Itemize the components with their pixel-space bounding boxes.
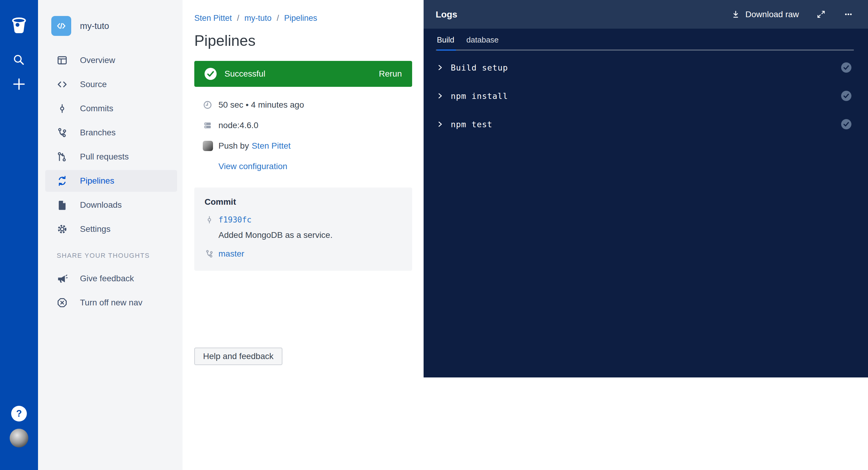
sidebar-section-heading: SHARE YOUR THOUGHTS (38, 247, 183, 264)
breadcrumb-separator: / (277, 13, 279, 23)
log-step-npm-test[interactable]: npm test (424, 110, 868, 138)
branch-icon (205, 249, 214, 258)
commit-icon (205, 215, 214, 224)
tabs-divider (436, 49, 854, 51)
question-mark-icon: ? (16, 408, 22, 419)
pusher-link[interactable]: Sten Pittet (252, 141, 290, 151)
commit-hash-row: f1930fc (205, 215, 402, 224)
megaphone-icon (57, 273, 68, 284)
log-step-build-setup[interactable]: Build setup (424, 53, 868, 82)
create-button[interactable] (12, 77, 26, 91)
fullscreen-button[interactable] (816, 10, 826, 19)
sidebar-item-source[interactable]: Source (38, 72, 183, 97)
download-icon (731, 10, 740, 19)
user-avatar[interactable] (10, 429, 28, 447)
sidebar-item-label: Commits (80, 104, 113, 113)
success-check-icon (205, 68, 217, 80)
help-button-rail[interactable]: ? (11, 406, 27, 422)
breadcrumb-repo[interactable]: my-tuto (244, 13, 272, 23)
sidebar-item-turn-off-new-nav[interactable]: Turn off new nav (38, 291, 183, 315)
sidebar-item-settings[interactable]: Settings (38, 217, 183, 241)
sidebar-item-pull-requests[interactable]: Pull requests (38, 145, 183, 169)
logs-title: Logs (436, 9, 457, 20)
breadcrumb-pipelines[interactable]: Pipelines (284, 13, 317, 23)
chevron-right-icon (437, 64, 443, 71)
branch-row: master (205, 249, 402, 259)
step-success-icon (841, 62, 851, 73)
image-text: node:4.6.0 (218, 121, 258, 130)
breadcrumb-owner[interactable]: Sten Pittet (194, 13, 232, 23)
octagon-x-icon (57, 297, 68, 308)
sidebar-item-label: Pull requests (80, 152, 129, 162)
sidebar-item-label: Overview (80, 56, 115, 65)
bitbucket-logo[interactable] (10, 17, 28, 34)
pipeline-meta: 50 sec • 4 minutes ago node:4.6.0 Push b… (194, 95, 412, 177)
sidebar-item-commits[interactable]: Commits (38, 97, 183, 121)
tab-build[interactable]: Build (437, 35, 454, 45)
tab-database[interactable]: database (466, 35, 499, 45)
main-content: Sten Pittet / my-tuto / Pipelines Pipeli… (183, 0, 424, 470)
rerun-button[interactable]: Rerun (379, 69, 402, 79)
search-button[interactable] (12, 53, 26, 67)
log-step-npm-install[interactable]: npm install (424, 82, 868, 110)
sidebar-item-branches[interactable]: Branches (38, 121, 183, 145)
download-raw-button[interactable]: Download raw (731, 10, 799, 19)
logs-header: Logs Download raw (424, 0, 868, 29)
commits-icon (57, 103, 68, 114)
sidebar-item-label: Branches (80, 128, 116, 137)
code-icon (56, 20, 67, 32)
sidebar-item-label: Give feedback (80, 274, 134, 283)
log-steps: Build setup npm install npm test (424, 53, 868, 138)
step-label: Build setup (451, 63, 508, 72)
pusher-avatar (203, 141, 213, 151)
repo-nav: Overview Source Commits Branches Pull re… (38, 48, 183, 315)
sidebar-item-label: Downloads (80, 200, 122, 210)
search-icon (12, 53, 26, 67)
bitbucket-logo-icon (10, 17, 28, 34)
repo-header[interactable]: my-tuto (51, 16, 109, 36)
push-prefix: Push by (218, 141, 249, 151)
sidebar-item-downloads[interactable]: Downloads (38, 193, 183, 217)
plus-icon (12, 77, 26, 91)
active-tab-indicator (437, 49, 456, 51)
status-label: Successful (224, 69, 265, 79)
branches-icon (57, 127, 68, 138)
download-raw-label: Download raw (745, 10, 799, 19)
repo-avatar (51, 16, 71, 36)
breadcrumb-separator: / (237, 13, 240, 23)
repo-name: my-tuto (80, 21, 109, 31)
logs-panel: Logs Download raw Build database (424, 0, 868, 377)
commit-card-title: Commit (205, 197, 402, 207)
docker-image-icon (203, 121, 212, 130)
help-and-feedback-button[interactable]: Help and feedback (194, 347, 282, 365)
image-row: node:4.6.0 (194, 115, 412, 136)
view-configuration-link[interactable]: View configuration (218, 162, 287, 171)
downloads-icon (57, 200, 68, 210)
status-banner: Successful Rerun (194, 61, 412, 87)
commit-hash-link[interactable]: f1930fc (218, 215, 252, 224)
overview-icon (57, 55, 68, 66)
step-success-icon (841, 119, 851, 129)
sidebar-item-overview[interactable]: Overview (38, 48, 183, 72)
step-label: npm test (451, 120, 492, 129)
page-title: Pipelines (194, 32, 424, 49)
chevron-right-icon (437, 93, 443, 99)
more-options-button[interactable] (843, 10, 854, 19)
app-rail: ? (0, 0, 38, 470)
sidebar-item-give-feedback[interactable]: Give feedback (38, 267, 183, 291)
step-success-icon (841, 91, 851, 101)
logs-controls: Download raw (731, 10, 854, 19)
clock-icon (203, 100, 212, 110)
step-label: npm install (451, 91, 508, 101)
pull-requests-icon (57, 152, 68, 162)
sidebar-item-label: Pipelines (80, 176, 114, 186)
source-icon (57, 79, 68, 90)
duration-row: 50 sec • 4 minutes ago (194, 95, 412, 115)
push-row: Push by Sten Pittet (194, 136, 412, 156)
sidebar-item-label: Source (80, 79, 107, 89)
logs-tabs: Build database (424, 29, 868, 45)
sidebar-item-label: Settings (80, 224, 111, 234)
sidebar-item-pipelines[interactable]: Pipelines (45, 170, 177, 192)
branch-link[interactable]: master (218, 249, 244, 259)
commit-card: Commit f1930fc Added MongoDB as a servic… (194, 188, 412, 271)
